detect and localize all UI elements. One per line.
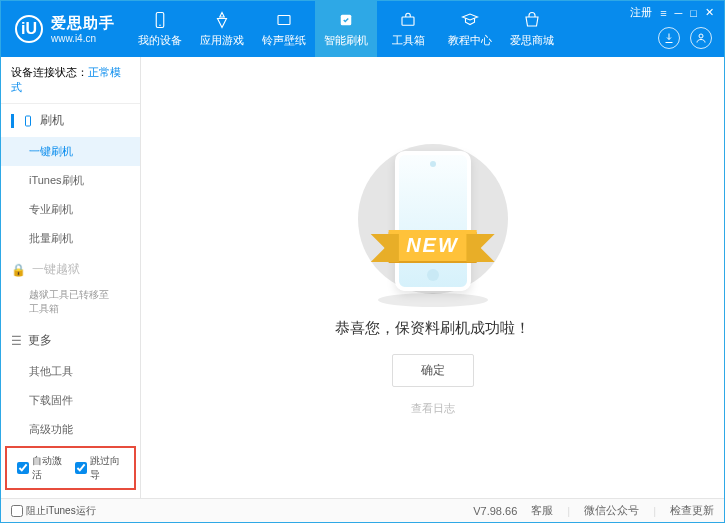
nav-store[interactable]: 爱思商城 bbox=[501, 1, 563, 57]
nav-label: 智能刷机 bbox=[324, 33, 368, 48]
phone-icon bbox=[22, 115, 34, 127]
connection-status: 设备连接状态：正常模式 bbox=[1, 57, 140, 104]
cb-label: 自动激活 bbox=[32, 454, 67, 482]
logo-icon: iU bbox=[15, 15, 43, 43]
status-bar: 阻止iTunes运行 V7.98.66 客服| 微信公众号| 检查更新 bbox=[1, 498, 724, 522]
nav-toolbox[interactable]: 工具箱 bbox=[377, 1, 439, 57]
nav-my-device[interactable]: 我的设备 bbox=[129, 1, 191, 57]
lock-icon: 🔒 bbox=[11, 263, 26, 277]
top-nav: 我的设备 应用游戏 铃声壁纸 智能刷机 工具箱 教程中心 爱思商城 bbox=[129, 1, 563, 57]
sidebar-section-flash[interactable]: 刷机 bbox=[1, 104, 140, 137]
cb-label: 阻止iTunes运行 bbox=[26, 504, 96, 518]
nav-label: 工具箱 bbox=[392, 33, 425, 48]
close-icon[interactable]: ✕ bbox=[705, 6, 714, 19]
nav-label: 教程中心 bbox=[448, 33, 492, 48]
ok-button[interactable]: 确定 bbox=[392, 354, 474, 387]
nav-tutorials[interactable]: 教程中心 bbox=[439, 1, 501, 57]
list-icon: ☰ bbox=[11, 334, 22, 348]
cb-label: 跳过向导 bbox=[90, 454, 125, 482]
checkbox-auto-activate[interactable]: 自动激活 bbox=[17, 454, 67, 482]
svg-rect-2 bbox=[278, 15, 290, 24]
sidebar-item-pro-flash[interactable]: 专业刷机 bbox=[1, 195, 140, 224]
app-header: iU 爱思助手 www.i4.cn 我的设备 应用游戏 铃声壁纸 智能刷机 工具… bbox=[1, 1, 724, 57]
svg-point-1 bbox=[159, 24, 161, 26]
success-message: 恭喜您，保资料刷机成功啦！ bbox=[335, 319, 530, 338]
section-label: 刷机 bbox=[40, 112, 64, 129]
sidebar-section-jailbreak[interactable]: 🔒一键越狱 bbox=[1, 253, 140, 286]
maximize-icon[interactable]: □ bbox=[690, 7, 697, 19]
new-ribbon: NEW bbox=[388, 230, 477, 261]
sidebar-item-download-firmware[interactable]: 下载固件 bbox=[1, 386, 140, 415]
sidebar: 设备连接状态：正常模式 刷机 一键刷机 iTunes刷机 专业刷机 批量刷机 🔒… bbox=[1, 57, 141, 498]
app-subtitle: www.i4.cn bbox=[51, 33, 115, 44]
window-controls: 注册 ≡ ─ □ ✕ bbox=[630, 5, 714, 20]
nav-ringtone[interactable]: 铃声壁纸 bbox=[253, 1, 315, 57]
sidebar-item-itunes-flash[interactable]: iTunes刷机 bbox=[1, 166, 140, 195]
highlighted-checkboxes: 自动激活 跳过向导 bbox=[5, 446, 136, 490]
user-button[interactable] bbox=[690, 27, 712, 49]
checkbox-skip-guide[interactable]: 跳过向导 bbox=[75, 454, 125, 482]
nav-label: 应用游戏 bbox=[200, 33, 244, 48]
view-log-link[interactable]: 查看日志 bbox=[411, 401, 455, 416]
main-content: NEW 恭喜您，保资料刷机成功啦！ 确定 查看日志 bbox=[141, 57, 724, 498]
footer-wechat[interactable]: 微信公众号 bbox=[584, 503, 639, 518]
checkbox-block-itunes[interactable]: 阻止iTunes运行 bbox=[11, 504, 96, 518]
sidebar-item-batch-flash[interactable]: 批量刷机 bbox=[1, 224, 140, 253]
svg-rect-6 bbox=[26, 116, 31, 126]
minimize-icon[interactable]: ─ bbox=[675, 7, 683, 19]
section-label: 一键越狱 bbox=[32, 261, 80, 278]
sidebar-section-more[interactable]: ☰更多 bbox=[1, 324, 140, 357]
nav-label: 铃声壁纸 bbox=[262, 33, 306, 48]
logo-area: iU 爱思助手 www.i4.cn bbox=[1, 1, 129, 57]
connected-device[interactable]: iPhone 12 mini 64GB Down-12mini-13,1 bbox=[1, 492, 140, 498]
nav-label: 我的设备 bbox=[138, 33, 182, 48]
download-button[interactable] bbox=[658, 27, 680, 49]
success-illustration: NEW bbox=[333, 139, 533, 299]
sidebar-item-oneclick-flash[interactable]: 一键刷机 bbox=[1, 137, 140, 166]
app-title: 爱思助手 bbox=[51, 14, 115, 33]
conn-label: 设备连接状态： bbox=[11, 66, 88, 78]
jailbreak-note: 越狱工具已转移至 工具箱 bbox=[1, 286, 140, 324]
sidebar-item-advanced[interactable]: 高级功能 bbox=[1, 415, 140, 444]
nav-smart-flash[interactable]: 智能刷机 bbox=[315, 1, 377, 57]
nav-apps[interactable]: 应用游戏 bbox=[191, 1, 253, 57]
svg-rect-4 bbox=[402, 17, 414, 25]
register-link[interactable]: 注册 bbox=[630, 5, 652, 20]
menu-icon[interactable]: ≡ bbox=[660, 7, 666, 19]
section-label: 更多 bbox=[28, 332, 52, 349]
footer-update[interactable]: 检查更新 bbox=[670, 503, 714, 518]
version-label: V7.98.66 bbox=[473, 505, 517, 517]
nav-label: 爱思商城 bbox=[510, 33, 554, 48]
sidebar-item-other-tools[interactable]: 其他工具 bbox=[1, 357, 140, 386]
footer-service[interactable]: 客服 bbox=[531, 503, 553, 518]
svg-point-5 bbox=[699, 34, 703, 38]
